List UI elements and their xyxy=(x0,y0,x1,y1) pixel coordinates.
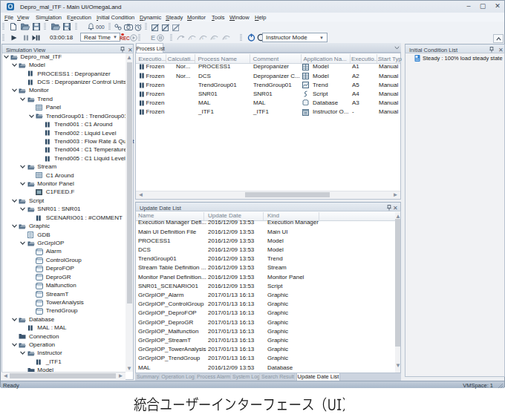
svg-text:10: 10 xyxy=(212,36,215,40)
svg-text:20: 20 xyxy=(224,36,227,40)
svg-text:6: 6 xyxy=(201,36,203,40)
svg-text:1: 1 xyxy=(190,36,192,40)
